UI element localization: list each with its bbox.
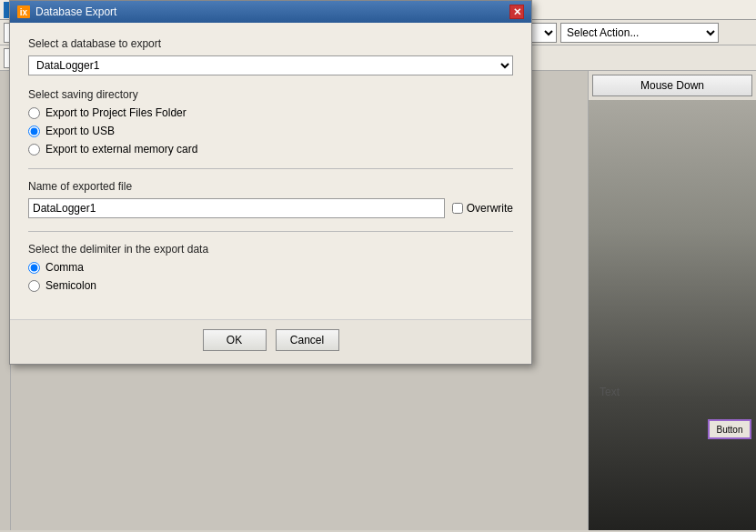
radio-project-files[interactable]: Export to Project Files Folder (28, 106, 513, 119)
section4-label: Select the delimiter in the export data (28, 243, 513, 256)
file-name-row: Overwrite (28, 198, 513, 218)
radio-comma-input[interactable] (28, 262, 40, 274)
radio-project-input[interactable] (28, 107, 40, 119)
radio-semicolon-input[interactable] (28, 280, 40, 292)
dialog-overlay: ix Database Export ✕ Select a database t… (0, 0, 756, 532)
section1-label: Select a database to export (28, 37, 513, 50)
overwrite-checkbox[interactable] (452, 203, 463, 214)
radio-comma-label: Comma (45, 261, 84, 274)
radio-usb-input[interactable] (28, 125, 40, 137)
section3-label: Name of exported file (28, 180, 513, 193)
dialog-icon: ix (17, 5, 30, 18)
divider-1 (28, 168, 513, 169)
radio-usb-label: Export to USB (45, 125, 115, 137)
dialog-close-button[interactable]: ✕ (509, 5, 524, 19)
delimiter-group: Comma Semicolon (28, 261, 513, 292)
radio-usb[interactable]: Export to USB (28, 125, 513, 137)
overwrite-text: Overwrite (467, 202, 513, 215)
cancel-button[interactable]: Cancel (276, 329, 339, 351)
section2-label: Select saving directory (28, 88, 513, 101)
divider-2 (28, 231, 513, 232)
dialog-footer: OK Cancel (10, 319, 531, 364)
dialog-titlebar: ix Database Export ✕ (10, 1, 531, 23)
dialog-title-left: ix Database Export (17, 5, 116, 18)
radio-memory-card[interactable]: Export to external memory card (28, 143, 513, 156)
dialog-body: Select a database to export DataLogger1 … (10, 23, 531, 319)
radio-semicolon-label: Semicolon (45, 279, 96, 292)
radio-project-label: Export to Project Files Folder (45, 106, 186, 119)
database-export-dialog: ix Database Export ✕ Select a database t… (9, 0, 532, 365)
saving-directory-group: Export to Project Files Folder Export to… (28, 106, 513, 156)
radio-comma[interactable]: Comma (28, 261, 513, 274)
ok-button[interactable]: OK (203, 329, 267, 351)
radio-semicolon[interactable]: Semicolon (28, 279, 513, 292)
radio-card-input[interactable] (28, 144, 40, 156)
overwrite-label[interactable]: Overwrite (452, 202, 513, 215)
dialog-title-text: Database Export (35, 5, 116, 18)
db-to-export-select[interactable]: DataLogger1 (28, 55, 513, 75)
file-name-input[interactable] (28, 198, 445, 218)
radio-card-label: Export to external memory card (45, 143, 197, 156)
